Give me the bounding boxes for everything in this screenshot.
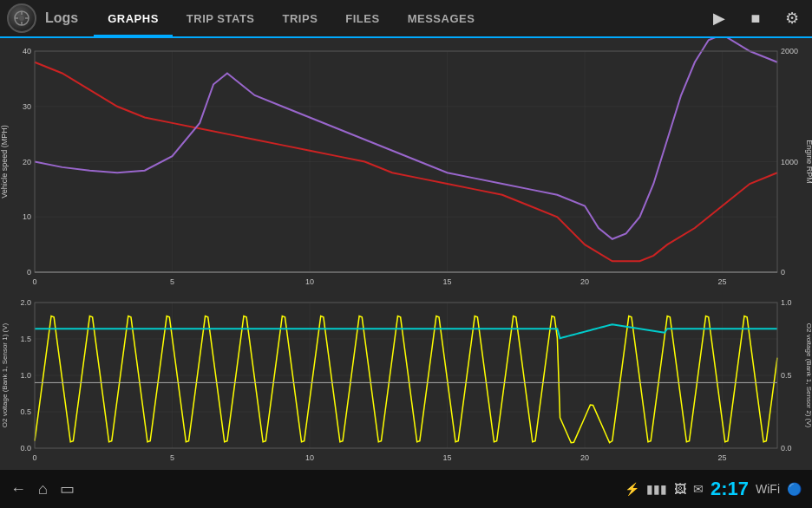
canvas-top bbox=[0, 38, 812, 294]
usb-icon: ⚡ bbox=[625, 482, 639, 496]
signal-icon: ▮▮▮ bbox=[646, 482, 667, 496]
tab-graphs[interactable]: GRAPHS bbox=[94, 0, 173, 37]
play-button[interactable]: ▶ bbox=[706, 5, 732, 31]
tab-messages[interactable]: MESSAGES bbox=[394, 0, 489, 37]
recents-button[interactable]: ▭ bbox=[60, 479, 75, 498]
canvas-bottom bbox=[0, 294, 812, 470]
nav-controls: ← ⌂ ▭ bbox=[10, 479, 75, 498]
svg-point-1 bbox=[19, 16, 24, 21]
tab-trips[interactable]: TRIPS bbox=[269, 0, 332, 37]
app-icon bbox=[7, 3, 36, 33]
tab-trip-stats[interactable]: TRIP STATS bbox=[173, 0, 269, 37]
top-controls: ▶ ■ ⚙ bbox=[706, 5, 805, 31]
charts-container bbox=[0, 38, 812, 470]
status-right: ⚡ ▮▮▮ 🖼 ✉ 2:17 WiFi 🔵 bbox=[625, 478, 802, 500]
home-button[interactable]: ⌂ bbox=[38, 480, 48, 498]
back-button[interactable]: ← bbox=[10, 480, 26, 498]
bluetooth-icon: 🔵 bbox=[787, 482, 802, 496]
email-icon: ✉ bbox=[693, 482, 704, 496]
settings-button[interactable]: ⚙ bbox=[779, 5, 805, 31]
stop-button[interactable]: ■ bbox=[743, 5, 769, 31]
status-bar: ← ⌂ ▭ ⚡ ▮▮▮ 🖼 ✉ 2:17 WiFi 🔵 bbox=[0, 470, 812, 508]
wifi-icon: WiFi bbox=[756, 482, 780, 496]
top-bar: Logs GRAPHS TRIP STATS TRIPS FILES MESSA… bbox=[0, 0, 812, 38]
time-display: 2:17 bbox=[710, 478, 749, 500]
chart-top bbox=[0, 38, 812, 294]
app-title: Logs bbox=[45, 10, 78, 26]
media-icon: 🖼 bbox=[674, 482, 686, 496]
chart-bottom bbox=[0, 294, 812, 470]
tab-files[interactable]: FILES bbox=[331, 0, 393, 37]
